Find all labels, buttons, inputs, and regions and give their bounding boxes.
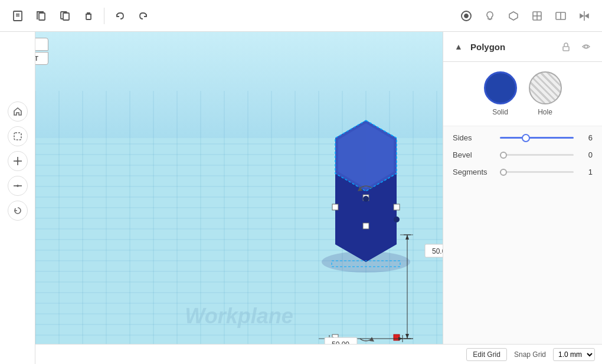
rotate-button[interactable] xyxy=(8,201,28,221)
viewport[interactable]: 50.00 50.00 Workplane xyxy=(35,32,443,364)
bevel-value: 0 xyxy=(578,150,593,159)
grid-svg: 50.00 50.00 xyxy=(35,32,443,364)
svg-marker-17 xyxy=(580,14,583,18)
comment-button[interactable] xyxy=(456,5,477,27)
svg-point-86 xyxy=(394,217,400,222)
properties-panel: Sides 6 Bevel 0 Segments 1 xyxy=(443,126,602,364)
copy-button[interactable] xyxy=(31,5,52,27)
home-button[interactable] xyxy=(8,101,28,122)
sides-slider-container xyxy=(500,137,574,139)
layout-button[interactable] xyxy=(550,5,571,27)
hole-label: Hole xyxy=(538,108,552,116)
segments-label: Segments xyxy=(453,168,495,176)
snap-grid-label: Snap Grid xyxy=(514,350,546,359)
svg-rect-81 xyxy=(394,204,400,210)
solid-option[interactable]: Solid xyxy=(484,71,517,116)
sides-row: Sides 6 xyxy=(453,133,593,142)
zoom-in-button[interactable] xyxy=(8,151,28,171)
bevel-slider-container xyxy=(500,154,574,156)
svg-point-8 xyxy=(464,14,468,18)
svg-point-108 xyxy=(585,45,588,48)
zoom-out-button[interactable] xyxy=(8,176,28,196)
svg-rect-19 xyxy=(14,133,21,140)
edit-grid-button[interactable]: Edit Grid xyxy=(466,348,507,361)
separator-1 xyxy=(104,8,104,24)
hole-option[interactable]: Hole xyxy=(529,71,562,116)
svg-rect-82 xyxy=(363,223,369,229)
panel-title: Polygon xyxy=(470,42,554,52)
svg-rect-5 xyxy=(63,13,69,20)
svg-marker-18 xyxy=(585,14,588,18)
snap-value-select[interactable]: 1.0 mm 0.5 mm 2.0 mm xyxy=(553,348,595,361)
solid-label: Solid xyxy=(492,108,508,116)
segments-row: Segments 1 xyxy=(453,168,593,176)
new-button[interactable] xyxy=(7,5,28,27)
sides-slider[interactable] xyxy=(500,137,574,139)
right-panel: ▲ Polygon Solid Hole Sides xyxy=(443,32,602,364)
undo-button[interactable] xyxy=(109,5,130,27)
panel-collapse-button[interactable]: ▲ xyxy=(452,40,466,54)
duplicate-button[interactable] xyxy=(54,5,76,27)
panel-header: ▲ Polygon xyxy=(443,32,602,62)
select-button[interactable] xyxy=(8,126,28,146)
svg-rect-80 xyxy=(332,204,338,210)
svg-rect-3 xyxy=(39,13,45,20)
segments-value: 1 xyxy=(578,168,593,176)
toolbar xyxy=(0,0,602,32)
svg-rect-107 xyxy=(563,47,569,51)
toolbar-right xyxy=(456,5,595,27)
delete-button[interactable] xyxy=(78,5,99,27)
solid-circle xyxy=(484,71,517,104)
hole-circle xyxy=(529,71,562,104)
view3d-button[interactable] xyxy=(526,5,548,27)
bevel-label: Bevel xyxy=(453,150,495,159)
svg-marker-10 xyxy=(509,12,518,20)
segments-slider-container xyxy=(500,171,574,173)
bottom-bar: Edit Grid Snap Grid 1.0 mm 0.5 mm 2.0 mm xyxy=(35,344,602,364)
svg-text:50.00: 50.00 xyxy=(432,247,443,255)
sides-value: 6 xyxy=(578,133,593,142)
shape-type-selector: Solid Hole xyxy=(443,62,602,126)
svg-point-85 xyxy=(363,196,369,202)
left-sidebar xyxy=(0,32,35,364)
bevel-row: Bevel 0 xyxy=(453,150,593,159)
panel-lock-button[interactable] xyxy=(558,39,574,54)
mirror-button[interactable] xyxy=(574,5,595,27)
svg-rect-6 xyxy=(86,14,91,19)
lightbulb-button[interactable] xyxy=(479,5,500,27)
sides-label: Sides xyxy=(453,133,495,142)
panel-visibility-button[interactable] xyxy=(578,39,594,54)
redo-button[interactable] xyxy=(133,5,154,27)
shape-button[interactable] xyxy=(503,5,524,27)
